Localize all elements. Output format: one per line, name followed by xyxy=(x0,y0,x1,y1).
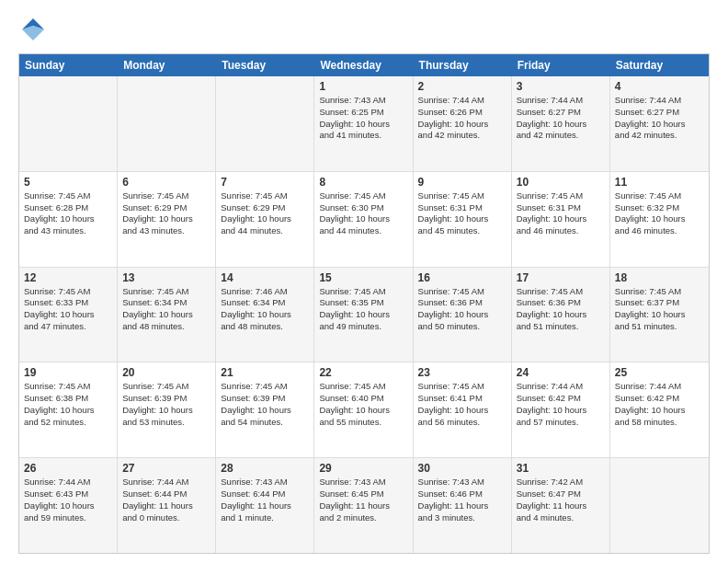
calendar-cell-empty-2 xyxy=(216,76,314,171)
cell-info-line: Daylight: 10 hours xyxy=(517,119,605,131)
calendar-cell-empty-1 xyxy=(118,76,216,171)
cell-info-line: and 48 minutes. xyxy=(221,321,309,333)
cell-info-line: Sunrise: 7:46 AM xyxy=(221,286,309,298)
header-day-sunday: Sunday xyxy=(19,54,118,76)
cell-info-line: Sunrise: 7:43 AM xyxy=(319,95,407,107)
calendar-row-0: 1Sunrise: 7:43 AMSunset: 6:25 PMDaylight… xyxy=(19,76,709,172)
calendar-cell-14: 14Sunrise: 7:46 AMSunset: 6:34 PMDayligh… xyxy=(216,268,314,362)
day-number: 25 xyxy=(615,366,704,379)
day-number: 24 xyxy=(517,366,605,379)
cell-info-line: Daylight: 10 hours xyxy=(122,309,210,321)
cell-info-line: Sunrise: 7:45 AM xyxy=(418,381,506,393)
cell-info-line: and 42 minutes. xyxy=(517,130,605,142)
cell-info-line: Sunset: 6:36 PM xyxy=(418,297,506,309)
cell-info-line: and 57 minutes. xyxy=(517,417,605,429)
cell-info-line: Sunset: 6:28 PM xyxy=(24,202,112,214)
calendar-row-2: 12Sunrise: 7:45 AMSunset: 6:33 PMDayligh… xyxy=(19,268,709,363)
cell-info-line: and 49 minutes. xyxy=(319,321,407,333)
cell-info-line: Sunset: 6:32 PM xyxy=(615,202,704,214)
cell-info-line: Daylight: 10 hours xyxy=(24,213,112,225)
cell-info-line: Daylight: 10 hours xyxy=(615,405,704,417)
day-number: 2 xyxy=(418,80,506,93)
day-number: 28 xyxy=(221,462,309,475)
cell-info-line: Daylight: 10 hours xyxy=(418,405,506,417)
calendar-cell-13: 13Sunrise: 7:45 AMSunset: 6:34 PMDayligh… xyxy=(118,268,216,362)
cell-info-line: Sunset: 6:31 PM xyxy=(517,202,605,214)
calendar-cell-9: 9Sunrise: 7:45 AMSunset: 6:31 PMDaylight… xyxy=(414,172,512,267)
calendar-header-row: SundayMondayTuesdayWednesdayThursdayFrid… xyxy=(19,54,709,76)
calendar-cell-22: 22Sunrise: 7:45 AMSunset: 6:40 PMDayligh… xyxy=(314,362,413,457)
cell-info-line: and 2 minutes. xyxy=(319,512,407,524)
cell-info-line: Sunset: 6:44 PM xyxy=(221,488,309,500)
cell-info-line: Daylight: 10 hours xyxy=(24,405,112,417)
calendar: SundayMondayTuesdayWednesdayThursdayFrid… xyxy=(18,53,710,554)
calendar-cell-6: 6Sunrise: 7:45 AMSunset: 6:29 PMDaylight… xyxy=(118,172,216,267)
cell-info-line: and 47 minutes. xyxy=(24,321,112,333)
logo-icon xyxy=(18,15,48,44)
day-number: 31 xyxy=(517,462,605,475)
calendar-cell-11: 11Sunrise: 7:45 AMSunset: 6:32 PMDayligh… xyxy=(610,172,709,267)
calendar-body: 1Sunrise: 7:43 AMSunset: 6:25 PMDaylight… xyxy=(19,76,709,553)
calendar-cell-25: 25Sunrise: 7:44 AMSunset: 6:42 PMDayligh… xyxy=(610,362,709,457)
cell-info-line: and 4 minutes. xyxy=(517,512,605,524)
calendar-cell-18: 18Sunrise: 7:45 AMSunset: 6:37 PMDayligh… xyxy=(610,268,709,362)
header-day-friday: Friday xyxy=(512,54,610,76)
header-day-thursday: Thursday xyxy=(414,54,512,76)
header-day-wednesday: Wednesday xyxy=(314,54,413,76)
day-number: 4 xyxy=(615,80,704,93)
cell-info-line: Sunset: 6:40 PM xyxy=(319,393,407,405)
cell-info-line: and 56 minutes. xyxy=(418,417,506,429)
cell-info-line: Sunset: 6:42 PM xyxy=(517,393,605,405)
cell-info-line: and 0 minutes. xyxy=(122,512,210,524)
cell-info-line: Sunset: 6:30 PM xyxy=(319,202,407,214)
cell-info-line: Sunset: 6:39 PM xyxy=(122,393,210,405)
calendar-cell-19: 19Sunrise: 7:45 AMSunset: 6:38 PMDayligh… xyxy=(19,362,118,457)
cell-info-line: Sunrise: 7:45 AM xyxy=(418,190,506,202)
calendar-cell-28: 28Sunrise: 7:43 AMSunset: 6:44 PMDayligh… xyxy=(216,458,314,553)
day-number: 19 xyxy=(24,366,112,379)
cell-info-line: Sunset: 6:33 PM xyxy=(24,297,112,309)
cell-info-line: and 53 minutes. xyxy=(122,417,210,429)
day-number: 3 xyxy=(517,80,605,93)
cell-info-line: and 46 minutes. xyxy=(615,225,704,237)
cell-info-line: Daylight: 10 hours xyxy=(221,309,309,321)
day-number: 15 xyxy=(319,271,407,284)
calendar-cell-empty-6 xyxy=(610,458,709,553)
calendar-cell-17: 17Sunrise: 7:45 AMSunset: 6:36 PMDayligh… xyxy=(512,268,610,362)
cell-info-line: Daylight: 10 hours xyxy=(319,309,407,321)
cell-info-line: Sunset: 6:45 PM xyxy=(319,488,407,500)
cell-info-line: and 3 minutes. xyxy=(418,512,506,524)
cell-info-line: and 1 minute. xyxy=(221,512,309,524)
cell-info-line: Sunrise: 7:45 AM xyxy=(221,381,309,393)
calendar-cell-1: 1Sunrise: 7:43 AMSunset: 6:25 PMDaylight… xyxy=(314,76,413,171)
day-number: 14 xyxy=(221,271,309,284)
cell-info-line: Sunrise: 7:44 AM xyxy=(615,381,704,393)
calendar-cell-4: 4Sunrise: 7:44 AMSunset: 6:27 PMDaylight… xyxy=(610,76,709,171)
cell-info-line: Daylight: 11 hours xyxy=(517,500,605,512)
day-number: 5 xyxy=(24,176,112,189)
cell-info-line: and 52 minutes. xyxy=(24,417,112,429)
logo xyxy=(18,15,51,44)
calendar-cell-21: 21Sunrise: 7:45 AMSunset: 6:39 PMDayligh… xyxy=(216,362,314,457)
calendar-cell-23: 23Sunrise: 7:45 AMSunset: 6:41 PMDayligh… xyxy=(414,362,512,457)
calendar-cell-3: 3Sunrise: 7:44 AMSunset: 6:27 PMDaylight… xyxy=(512,76,610,171)
cell-info-line: Sunset: 6:38 PM xyxy=(24,393,112,405)
cell-info-line: Sunrise: 7:45 AM xyxy=(122,381,210,393)
cell-info-line: Daylight: 11 hours xyxy=(319,500,407,512)
day-number: 1 xyxy=(319,80,407,93)
cell-info-line: Sunset: 6:34 PM xyxy=(122,297,210,309)
cell-info-line: Sunset: 6:29 PM xyxy=(221,202,309,214)
cell-info-line: Sunset: 6:42 PM xyxy=(615,393,704,405)
cell-info-line: and 41 minutes. xyxy=(319,130,407,142)
cell-info-line: Daylight: 11 hours xyxy=(122,500,210,512)
cell-info-line: Sunset: 6:26 PM xyxy=(418,107,506,119)
cell-info-line: and 42 minutes. xyxy=(615,130,704,142)
day-number: 9 xyxy=(418,176,506,189)
cell-info-line: and 59 minutes. xyxy=(24,512,112,524)
cell-info-line: Daylight: 10 hours xyxy=(221,405,309,417)
cell-info-line: Sunset: 6:29 PM xyxy=(122,202,210,214)
calendar-cell-31: 31Sunrise: 7:42 AMSunset: 6:47 PMDayligh… xyxy=(512,458,610,553)
cell-info-line: Daylight: 10 hours xyxy=(319,405,407,417)
day-number: 8 xyxy=(319,176,407,189)
cell-info-line: Sunrise: 7:44 AM xyxy=(517,381,605,393)
